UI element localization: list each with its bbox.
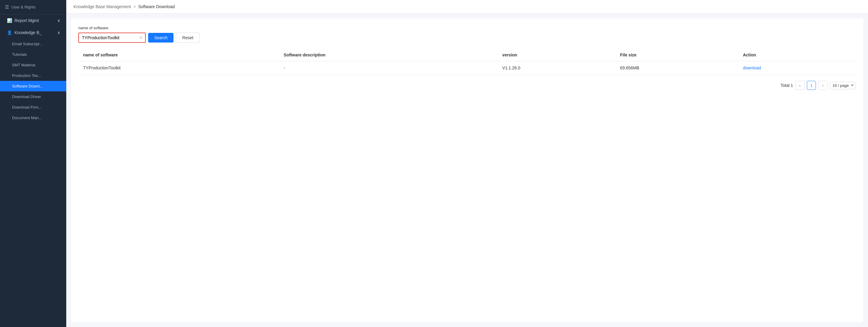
- sidebar-item-download-driver[interactable]: Download Driver: [0, 91, 66, 102]
- chevron-down-icon: ∨: [57, 18, 60, 23]
- filter-label: name of software: [78, 26, 856, 30]
- pagination: Total 1 ‹ 1 › 10 / page 20 / page 50 / p…: [78, 81, 856, 90]
- reset-button[interactable]: Reset: [176, 33, 200, 43]
- prev-page-button[interactable]: ‹: [796, 81, 804, 90]
- sidebar-item-label: Report Mgmt: [14, 18, 39, 23]
- menu-icon[interactable]: ☰: [5, 4, 9, 10]
- breadcrumb-separator: >: [133, 4, 136, 9]
- sub-item-label: Email Subscript...: [12, 42, 42, 46]
- sub-item-label: Download Firm...: [12, 105, 41, 109]
- report-icon: 📊: [7, 18, 12, 23]
- software-table: name of software Software description ve…: [78, 49, 856, 75]
- filter-section: name of software ✕ Search Reset: [78, 26, 856, 43]
- filter-row: ✕ Search Reset: [78, 33, 856, 43]
- content-area: name of software ✕ Search Reset name of …: [71, 19, 863, 322]
- cell-description: -: [279, 61, 497, 75]
- sidebar-item-report-mgmt[interactable]: 📊 Report Mgmt ∨: [0, 15, 66, 27]
- sidebar-item-email-subscript[interactable]: Email Subscript...: [0, 38, 66, 49]
- cell-filesize: 69.656MB: [615, 61, 738, 75]
- sidebar-item-knowledge-b[interactable]: 👤 Knowledge B_ ∧: [0, 27, 66, 38]
- page-1-button[interactable]: 1: [807, 81, 816, 90]
- col-description: Software description: [279, 49, 497, 61]
- sub-item-label: Tutorials: [12, 52, 27, 57]
- col-name: name of software: [78, 49, 279, 61]
- col-version: version: [498, 49, 615, 61]
- sub-item-label: Production Tes...: [12, 73, 41, 78]
- search-input-wrap: ✕: [78, 33, 146, 43]
- table-header-row: name of software Software description ve…: [78, 49, 856, 61]
- cell-action[interactable]: download: [738, 61, 856, 75]
- col-filesize: File size: [615, 49, 738, 61]
- sidebar-item-smt-material[interactable]: SMT Material: [0, 60, 66, 70]
- sidebar-item-document-man[interactable]: Document Man...: [0, 112, 66, 123]
- sub-item-label: SMT Material: [12, 63, 35, 67]
- clear-icon[interactable]: ✕: [139, 35, 143, 40]
- cell-name: TYProductionToolkit: [78, 61, 279, 75]
- sidebar: ☰ User & Rights 📊 Report Mgmt ∨ 👤 Knowle…: [0, 0, 66, 327]
- table-row: TYProductionToolkit - V1.1.26.0 69.656MB…: [78, 61, 856, 75]
- sidebar-item-tutorials[interactable]: Tutorials: [0, 49, 66, 60]
- sidebar-item-download-firm[interactable]: Download Firm...: [0, 102, 66, 112]
- cell-version: V1.1.26.0: [498, 61, 615, 75]
- sidebar-item-label: Knowledge B_: [14, 30, 41, 35]
- sub-item-label: Download Driver: [12, 94, 41, 99]
- main-content: Knowledge Base Management > Software Dow…: [66, 0, 868, 327]
- sub-item-label: Document Man...: [12, 115, 42, 120]
- sidebar-item-software-downl[interactable]: Software Downl...: [0, 81, 66, 91]
- sidebar-header: ☰ User & Rights: [0, 0, 66, 15]
- chevron-up-icon: ∧: [57, 30, 60, 35]
- sidebar-top-label: User & Rights: [11, 5, 35, 9]
- table-wrap: name of software Software description ve…: [78, 49, 856, 75]
- sidebar-item-production-tes[interactable]: Production Tes...: [0, 70, 66, 81]
- col-action: Action: [738, 49, 856, 61]
- knowledge-icon: 👤: [7, 30, 12, 35]
- search-button[interactable]: Search: [148, 33, 174, 43]
- breadcrumb: Knowledge Base Management > Software Dow…: [66, 0, 868, 13]
- next-page-button[interactable]: ›: [818, 81, 827, 90]
- breadcrumb-current: Software Download: [138, 4, 175, 9]
- pagination-total: Total 1: [781, 83, 793, 88]
- sub-item-label: Software Downl...: [12, 84, 43, 88]
- download-link[interactable]: download: [743, 65, 761, 70]
- breadcrumb-parent: Knowledge Base Management: [73, 4, 131, 9]
- search-input[interactable]: [79, 33, 145, 42]
- per-page-select[interactable]: 10 / page 20 / page 50 / page: [830, 82, 856, 89]
